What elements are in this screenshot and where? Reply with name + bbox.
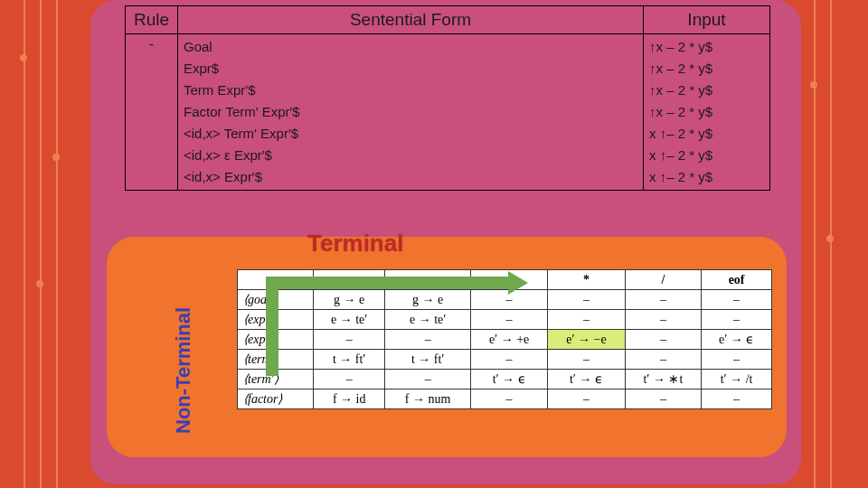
col-input: Input [644, 6, 770, 34]
parse-trace-table: Rule Sentential Form Input - Goal Expr$ … [125, 5, 770, 191]
ll1-row: ⟨expr′⟩––e′ → +ee′ → −e–e′ → ϵ [238, 330, 772, 350]
ll1-cell: – [313, 370, 384, 389]
ll1-cell: t′ → ∗t [625, 370, 702, 389]
ll1-h5: / [625, 270, 702, 290]
terminal-heading: Terminal [307, 230, 403, 258]
ll1-cell: – [625, 389, 702, 409]
ll1-row: ⟨factor⟩f → idf → num–––– [238, 389, 772, 409]
ll1-cell: – [625, 290, 702, 310]
ll1-cell: e′ → −e [548, 330, 625, 350]
ll1-table: - * / eof ⟨goal⟩g → eg → e––––⟨expr⟩e → … [237, 269, 772, 409]
ll1-h2 [385, 270, 471, 290]
ll1-row-header: ⟨term⟩ [238, 350, 314, 370]
ll1-row: ⟨term⟩t → ft′t → ft′–––– [238, 350, 772, 370]
input-cell: ↑x – 2 * y$ ↑x – 2 * y$ ↑x – 2 * y$ ↑x –… [644, 34, 770, 191]
sentential-cell: Goal Expr$ Term Expr′$ Factor Term′ Expr… [178, 34, 644, 191]
ll1-cell: – [470, 389, 547, 409]
ll1-cell: t′ → ϵ [548, 370, 625, 389]
ll1-cell: e → te′ [313, 310, 384, 330]
ll1-h4: * [548, 270, 625, 290]
ll1-cell: e′ → +e [470, 330, 547, 350]
ll1-cell: e′ → ϵ [702, 330, 772, 350]
ll1-cell: – [385, 370, 471, 389]
ll1-cell: t′ → /t [702, 370, 772, 389]
ll1-cell: – [385, 330, 471, 350]
ll1-cell: – [625, 350, 702, 370]
ll1-h0 [238, 270, 314, 290]
ll1-cell: – [548, 350, 625, 370]
ll1-cell: e → te′ [385, 310, 471, 330]
col-sentential: Sentential Form [178, 6, 644, 34]
ll1-cell: g → e [313, 290, 384, 310]
ll1-cell: – [470, 310, 547, 330]
ll1-cell: g → e [385, 290, 471, 310]
ll1-row-header: ⟨expr⟩ [238, 310, 314, 330]
ll1-cell: – [702, 310, 772, 330]
ll1-cell: f → id [313, 389, 384, 409]
ll1-cell: t′ → ϵ [470, 370, 547, 389]
rule-cell: - [126, 34, 178, 191]
ll1-row-header: ⟨goal⟩ [238, 290, 314, 310]
ll1-header-row: - * / eof [238, 270, 772, 290]
ll1-cell: – [702, 389, 772, 409]
ll1-row: ⟨term′⟩––t′ → ϵt′ → ϵt′ → ∗tt′ → /t [238, 370, 772, 389]
ll1-h1 [313, 270, 384, 290]
ll1-cell: – [470, 350, 547, 370]
ll1-cell: – [548, 310, 625, 330]
ll1-cell: – [470, 290, 547, 310]
nonterminal-heading: Non-Terminal [172, 307, 195, 434]
ll1-cell: – [702, 350, 772, 370]
ll1-cell: – [313, 330, 384, 350]
ll1-cell: – [548, 290, 625, 310]
ll1-cell: t → ft′ [313, 350, 384, 370]
ll1-cell: – [702, 290, 772, 310]
ll1-row-header: ⟨expr′⟩ [238, 330, 314, 350]
ll1-row: ⟨goal⟩g → eg → e–––– [238, 290, 772, 310]
ll1-cell: – [548, 389, 625, 409]
col-rule: Rule [126, 6, 178, 34]
ll1-row-header: ⟨factor⟩ [238, 389, 314, 409]
ll1-cell: t → ft′ [385, 350, 471, 370]
ll1-h6: eof [702, 270, 772, 290]
ll1-cell: – [625, 310, 702, 330]
ll1-row: ⟨expr⟩e → te′e → te′–––– [238, 310, 772, 330]
ll1-row-header: ⟨term′⟩ [238, 370, 314, 389]
ll1-h3: - [470, 270, 547, 290]
ll1-cell: – [625, 330, 702, 350]
ll1-cell: f → num [385, 389, 471, 409]
